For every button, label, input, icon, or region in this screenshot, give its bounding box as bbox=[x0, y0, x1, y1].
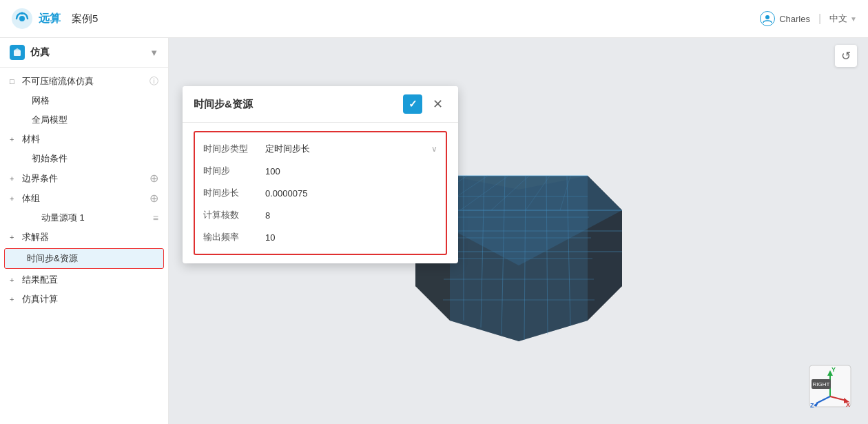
header-divider: | bbox=[818, 12, 821, 25]
sidebar-item-label: 动量源项 1 bbox=[41, 212, 153, 224]
form-row-compute-cores: 计算核数 8 bbox=[195, 204, 446, 226]
time-step-size-value: 0.0000075 bbox=[265, 188, 307, 199]
dialog-actions: ✓ ✕ bbox=[403, 94, 447, 114]
sidebar-item-label: 求解器 bbox=[22, 231, 158, 243]
sidebar-item-label: 边界条件 bbox=[22, 172, 149, 185]
sidebar-item-label: 全局模型 bbox=[32, 114, 158, 126]
sidebar-item-label: 材料 bbox=[22, 133, 158, 145]
menu-icon[interactable]: ≡ bbox=[153, 212, 158, 223]
sidebar-item-body-group[interactable]: + 体组 ⊕ bbox=[0, 188, 168, 208]
form-row-time-step: 时间步 100 bbox=[195, 160, 446, 182]
lang-label: 中文 bbox=[829, 12, 847, 25]
sidebar-collapse-button[interactable]: ▼ bbox=[149, 48, 158, 58]
field-value-time-step-type[interactable]: 定时间步长 ∨ bbox=[265, 143, 437, 155]
field-label-time-step: 时间步 bbox=[203, 165, 265, 177]
sidebar-header: 仿真 ▼ bbox=[0, 38, 168, 68]
case-label: 案例5 bbox=[72, 12, 98, 26]
sidebar-item-label: 网格 bbox=[32, 94, 158, 107]
close-icon: ✕ bbox=[433, 97, 443, 112]
sidebar-item-label: 体组 bbox=[22, 192, 149, 205]
sidebar-item-global-model[interactable]: 全局模型 bbox=[0, 110, 168, 130]
dialog-close-button[interactable]: ✕ bbox=[428, 94, 447, 114]
sidebar-item-label: 不可压缩流体仿真 bbox=[22, 75, 149, 88]
expand-icon: + bbox=[10, 295, 19, 303]
expand-icon: + bbox=[10, 135, 19, 143]
form-row-time-step-size: 时间步长 0.0000075 bbox=[195, 182, 446, 204]
lang-chevron-icon: ▼ bbox=[850, 15, 857, 23]
sidebar-item-solver[interactable]: + 求解器 bbox=[0, 228, 168, 247]
field-label-time-step-size: 时间步长 bbox=[203, 187, 265, 199]
sidebar-item-boundary-condition[interactable]: + 边界条件 ⊕ bbox=[0, 168, 168, 188]
sidebar-item-time-resource[interactable]: 时间步&资源 bbox=[4, 248, 164, 269]
sidebar-item-mesh[interactable]: 网格 bbox=[0, 91, 168, 110]
sidebar-title-row: 仿真 bbox=[10, 45, 50, 60]
expand-icon: □ bbox=[10, 77, 19, 85]
checkmark-icon: ✓ bbox=[409, 98, 417, 110]
sidebar-item-momentum-source[interactable]: 动量源项 1 ≡ bbox=[0, 208, 168, 228]
svg-point-1 bbox=[19, 16, 25, 21]
sidebar-item-sim-compute[interactable]: + 仿真计算 bbox=[0, 290, 168, 309]
logo-icon bbox=[11, 8, 33, 30]
svg-text:Z: Z bbox=[810, 402, 814, 409]
field-value-output-freq[interactable]: 10 bbox=[265, 232, 437, 243]
sidebar-title: 仿真 bbox=[30, 46, 50, 59]
svg-point-2 bbox=[765, 15, 769, 19]
field-value-time-step[interactable]: 100 bbox=[265, 166, 437, 176]
sidebar-item-label: 时间步&资源 bbox=[27, 252, 154, 265]
username-label: Charles bbox=[779, 14, 810, 24]
form-fields: 时间步类型 定时间步长 ∨ 时间步 100 bbox=[194, 131, 447, 255]
sidebar-item-result-config[interactable]: + 结果配置 bbox=[0, 270, 168, 290]
time-step-value: 100 bbox=[265, 166, 280, 176]
axis-svg: Y Z X RIGHT bbox=[806, 362, 854, 410]
field-label-time-step-type: 时间步类型 bbox=[203, 143, 265, 155]
svg-marker-4 bbox=[14, 48, 21, 50]
viewport-toolbar: ↺ bbox=[835, 45, 857, 67]
svg-text:X: X bbox=[846, 401, 850, 408]
time-step-type-value: 定时间步长 bbox=[265, 143, 310, 155]
svg-marker-33 bbox=[450, 176, 588, 341]
cube-icon bbox=[12, 48, 22, 57]
info-icon: ⓘ bbox=[149, 75, 158, 88]
sidebar-item-label: 结果配置 bbox=[22, 274, 158, 286]
sidebar-item-label: 仿真计算 bbox=[22, 293, 158, 305]
field-label-compute-cores: 计算核数 bbox=[203, 209, 265, 221]
expand-icon: + bbox=[10, 174, 19, 183]
expand-icon: + bbox=[10, 233, 19, 241]
svg-text:RIGHT: RIGHT bbox=[813, 381, 830, 387]
sidebar-item-incompressible[interactable]: □ 不可压缩流体仿真 ⓘ bbox=[0, 72, 168, 91]
avatar bbox=[760, 11, 775, 26]
dialog-body: 时间步类型 定时间步长 ∨ 时间步 100 bbox=[183, 123, 458, 263]
dialog-header: 时间步&资源 ✓ ✕ bbox=[183, 86, 458, 123]
header-right: Charles | 中文 ▼ bbox=[760, 11, 857, 26]
field-value-time-step-size[interactable]: 0.0000075 bbox=[265, 188, 437, 199]
svg-text:Y: Y bbox=[831, 366, 836, 373]
header: 远算 案例5 Charles | 中文 ▼ bbox=[0, 0, 868, 38]
main-layout: 仿真 ▼ □ 不可压缩流体仿真 ⓘ 网格 全局模型 + bbox=[0, 38, 868, 424]
logo-area: 远算 bbox=[11, 8, 61, 30]
add-icon[interactable]: ⊕ bbox=[149, 172, 158, 185]
compute-cores-value: 8 bbox=[265, 210, 270, 221]
field-label-output-freq: 输出频率 bbox=[203, 231, 265, 243]
output-freq-value: 10 bbox=[265, 232, 275, 243]
dialog-title: 时间步&资源 bbox=[194, 98, 253, 111]
content-area: ↺ bbox=[169, 38, 868, 424]
sidebar-tree: □ 不可压缩流体仿真 ⓘ 网格 全局模型 + 材料 初始条件 bbox=[0, 68, 168, 424]
svg-rect-3 bbox=[14, 50, 21, 56]
expand-icon: + bbox=[10, 276, 19, 284]
language-selector[interactable]: 中文 ▼ bbox=[829, 12, 857, 25]
sidebar-item-material[interactable]: + 材料 bbox=[0, 130, 168, 149]
brand-label: 远算 bbox=[39, 12, 61, 26]
sidebar-item-label: 初始条件 bbox=[32, 152, 158, 165]
simulation-icon bbox=[10, 45, 25, 60]
dropdown-chevron-icon: ∨ bbox=[431, 144, 437, 154]
add-icon[interactable]: ⊕ bbox=[149, 192, 158, 205]
user-icon bbox=[763, 14, 772, 23]
sidebar-item-initial-condition[interactable]: 初始条件 bbox=[0, 149, 168, 168]
dialog-overlay: 时间步&资源 ✓ ✕ 时间步类型 bbox=[183, 86, 458, 263]
form-row-time-step-type: 时间步类型 定时间步长 ∨ bbox=[195, 138, 446, 160]
field-value-compute-cores[interactable]: 8 bbox=[265, 210, 437, 221]
form-row-output-freq: 输出频率 10 bbox=[195, 226, 446, 248]
user-info[interactable]: Charles bbox=[760, 11, 810, 26]
dialog-confirm-button[interactable]: ✓ bbox=[403, 94, 422, 114]
refresh-button[interactable]: ↺ bbox=[835, 45, 857, 67]
